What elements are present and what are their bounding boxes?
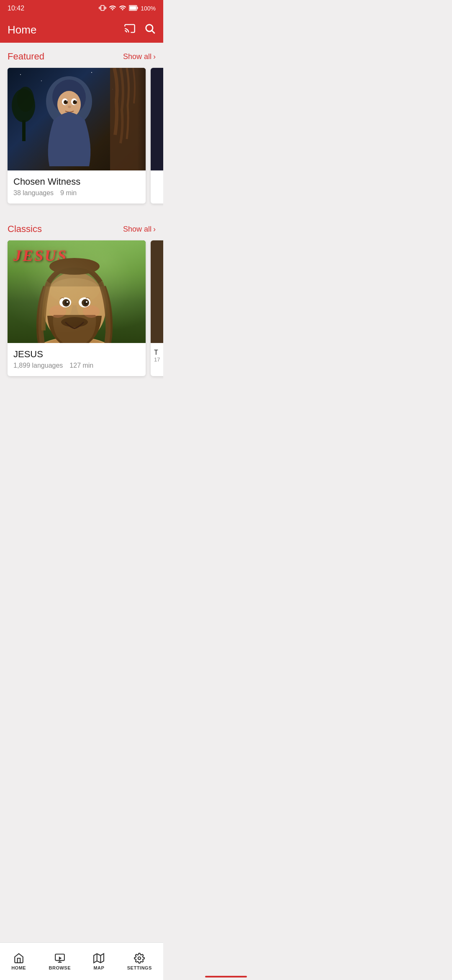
svg-point-7 [17, 87, 34, 112]
jesus-film-title: JESUS [13, 349, 140, 360]
main-content: Featured Show all › [0, 43, 163, 421]
chevron-right-icon: › [153, 52, 156, 61]
svg-point-4 [146, 25, 153, 31]
classics-section-header: Classics Show all › [8, 224, 156, 235]
jesus-card[interactable]: JESUS [8, 240, 146, 376]
featured-section-header: Featured Show all › [8, 51, 156, 62]
chosen-witness-title: Chosen Witness [13, 176, 140, 187]
search-button[interactable] [144, 23, 156, 37]
jesus-languages: 1,899 languages [13, 362, 63, 369]
app-header: Home [0, 17, 163, 43]
classics-partial-thumbnail [151, 240, 163, 343]
featured-partial-thumbnail: B [151, 68, 163, 170]
vibrate-icon [99, 4, 106, 13]
svg-point-39 [83, 305, 100, 318]
chosen-witness-card[interactable]: Chosen Witness 38 languages 9 min [8, 68, 146, 204]
svg-point-38 [49, 305, 66, 318]
cast-button[interactable] [124, 23, 136, 37]
svg-point-18 [66, 101, 67, 101]
classics-partial-card: T 17 [151, 240, 163, 376]
svg-rect-1 [130, 6, 136, 10]
status-time: 10:42 [8, 5, 24, 12]
battery-percentage: 100% [141, 5, 156, 12]
battery-icon [129, 5, 138, 12]
svg-point-33 [64, 301, 69, 305]
svg-point-19 [75, 101, 76, 101]
partial-t-letter: T [154, 349, 163, 356]
svg-point-20 [68, 106, 71, 108]
featured-cards-row: Chosen Witness 38 languages 9 min B [8, 68, 156, 208]
svg-line-5 [152, 31, 154, 33]
featured-title: Featured [8, 51, 44, 62]
svg-point-36 [86, 301, 87, 303]
svg-rect-8 [22, 120, 26, 141]
header-actions [124, 23, 156, 37]
classics-show-all-button[interactable]: Show all › [123, 225, 156, 234]
svg-point-35 [67, 301, 68, 303]
svg-rect-2 [137, 7, 138, 9]
featured-show-all-button[interactable]: Show all › [123, 52, 156, 61]
woman-figure-svg [37, 74, 102, 168]
svg-point-37 [61, 317, 88, 327]
partial-t-sub: 17 [154, 356, 163, 363]
wifi-icon [109, 4, 116, 13]
chosen-witness-thumbnail [8, 68, 146, 170]
jesus-meta: 1,899 languages 127 min [13, 362, 140, 369]
classics-title: Classics [8, 224, 42, 235]
jesus-info: JESUS 1,899 languages 127 min [8, 343, 146, 376]
tree-svg [11, 87, 40, 141]
classics-section: Classics Show all › JESUS [0, 215, 163, 384]
svg-point-28 [49, 278, 100, 303]
chosen-witness-duration: 9 min [60, 189, 77, 197]
chosen-witness-meta: 38 languages 9 min [13, 189, 140, 197]
chosen-witness-info: Chosen Witness 38 languages 9 min [8, 170, 146, 204]
chevron-right-icon-2: › [153, 225, 156, 234]
jesus-duration: 127 min [69, 362, 93, 369]
signal-icon [119, 4, 126, 13]
featured-partial-card: B [151, 68, 163, 204]
jesus-thumbnail: JESUS [8, 240, 146, 343]
chosen-witness-languages: 38 languages [13, 189, 54, 197]
svg-point-34 [84, 301, 88, 305]
status-bar: 10:42 100% [0, 0, 163, 17]
classics-cards-row: JESUS [8, 240, 156, 380]
page-title: Home [8, 23, 36, 36]
jesus-face-svg [8, 253, 146, 343]
featured-section: Featured Show all › [0, 43, 163, 211]
status-icons: 100% [99, 4, 156, 13]
